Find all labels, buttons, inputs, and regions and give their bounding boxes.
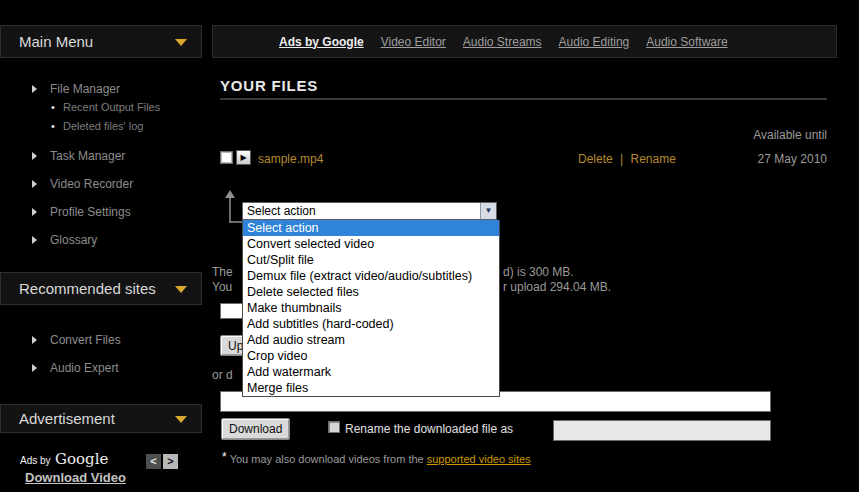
sidebar-subitem-label: Recent Output Files bbox=[63, 101, 160, 113]
advertisement-title: Advertisement bbox=[19, 410, 115, 427]
play-icon[interactable]: ▶ bbox=[236, 150, 251, 165]
arrow-right-icon bbox=[32, 152, 37, 160]
dropdown-option-add-subtitles[interactable]: Add subtitles (hard-coded) bbox=[243, 316, 499, 332]
asterisk: * bbox=[222, 450, 227, 464]
sidebar-subitem-label: Deleted files' log bbox=[63, 120, 143, 132]
sidebar-subitem-deleted-files-log[interactable]: • Deleted files' log bbox=[63, 120, 143, 132]
file-select-checkbox[interactable] bbox=[220, 151, 233, 164]
limit-line1-left: The bbox=[212, 265, 233, 279]
sidebar-item-label: File Manager bbox=[50, 82, 120, 96]
delete-link[interactable]: Delete bbox=[578, 152, 613, 166]
limit-line1-right: d) is 300 MB. bbox=[503, 265, 574, 279]
page: Main Menu File Manager • Recent Output F… bbox=[0, 0, 859, 492]
nav-link-audio-streams[interactable]: Audio Streams bbox=[463, 35, 542, 49]
rename-filename-input[interactable] bbox=[553, 420, 771, 441]
dropdown-option-convert-video[interactable]: Convert selected video bbox=[243, 236, 499, 252]
sidebar-item-audio-expert[interactable]: Audio Expert bbox=[50, 361, 119, 375]
caret-down-icon bbox=[175, 416, 187, 423]
main-menu-title: Main Menu bbox=[19, 33, 93, 50]
arrow-right-icon bbox=[32, 364, 37, 372]
dropdown-option-demux[interactable]: Demux file (extract video/audio/subtitle… bbox=[243, 268, 499, 284]
caret-down-icon bbox=[175, 286, 187, 293]
download-button[interactable]: Download bbox=[221, 418, 290, 440]
dropdown-option-make-thumbnails[interactable]: Make thumbnails bbox=[243, 300, 499, 316]
action-select-value: Select action bbox=[247, 204, 316, 218]
ads-by-label: Ads by bbox=[20, 455, 51, 466]
ads-by-google-logo: Ads by Google bbox=[20, 450, 108, 468]
action-separator: | bbox=[620, 152, 623, 166]
sidebar-item-label: Task Manager bbox=[50, 149, 125, 163]
dropdown-option-crop-video[interactable]: Crop video bbox=[243, 348, 499, 364]
dropdown-option-add-audio-stream[interactable]: Add audio stream bbox=[243, 332, 499, 348]
available-date: 27 May 2010 bbox=[700, 152, 827, 166]
limit-line2-left: You bbox=[212, 280, 232, 294]
file-actions: Delete | Rename bbox=[578, 152, 676, 166]
sidebar-item-label: Glossary bbox=[50, 233, 97, 247]
or-download-fragment: or d bbox=[212, 368, 233, 382]
arrow-right-icon bbox=[32, 208, 37, 216]
action-dropdown-list: Select action Convert selected video Cut… bbox=[242, 220, 500, 397]
supported-video-sites-link[interactable]: supported video sites bbox=[427, 453, 531, 465]
dropdown-option-cut-split[interactable]: Cut/Split file bbox=[243, 252, 499, 268]
main-menu-header[interactable]: Main Menu bbox=[0, 25, 202, 58]
nav-link-video-editor[interactable]: Video Editor bbox=[381, 35, 446, 49]
limit-line2-right: r upload 294.04 MB. bbox=[503, 280, 611, 294]
heading-divider bbox=[220, 98, 827, 100]
rename-link[interactable]: Rename bbox=[631, 152, 676, 166]
nav-link-audio-editing[interactable]: Audio Editing bbox=[559, 35, 630, 49]
sidebar-item-label: Convert Files bbox=[50, 333, 121, 347]
sidebar-item-video-recorder[interactable]: Video Recorder bbox=[50, 177, 133, 191]
sidebar-item-profile-settings[interactable]: Profile Settings bbox=[50, 205, 131, 219]
rename-checkbox[interactable] bbox=[328, 421, 340, 433]
bullet-icon: • bbox=[51, 120, 55, 132]
footnote: *You may also download videos from thesu… bbox=[222, 450, 531, 465]
sidebar-subitem-recent-output-files[interactable]: • Recent Output Files bbox=[63, 101, 160, 113]
caret-down-icon bbox=[175, 39, 187, 46]
sidebar-item-glossary[interactable]: Glossary bbox=[50, 233, 97, 247]
arrow-right-icon bbox=[32, 336, 37, 344]
advertisement-header[interactable]: Advertisement bbox=[0, 404, 202, 433]
sidebar-item-label: Audio Expert bbox=[50, 361, 119, 375]
google-logo: Google bbox=[55, 450, 108, 468]
rename-checkbox-label: Rename the downloaded file as bbox=[345, 422, 513, 436]
ad-next-button[interactable]: > bbox=[163, 454, 178, 469]
sidebar-item-task-manager[interactable]: Task Manager bbox=[50, 149, 125, 163]
action-select[interactable]: Select action ▼ bbox=[242, 202, 497, 220]
arrow-right-icon bbox=[32, 236, 37, 244]
dropdown-option-merge-files[interactable]: Merge files bbox=[243, 380, 499, 396]
nav-link-audio-software[interactable]: Audio Software bbox=[646, 35, 727, 49]
select-dropdown-arrow-icon[interactable]: ▼ bbox=[480, 203, 496, 219]
nav-link-ads-by-google[interactable]: Ads by Google bbox=[279, 35, 364, 49]
arrow-right-icon bbox=[32, 85, 37, 93]
available-until-label: Available until bbox=[700, 128, 827, 142]
ad-prev-button[interactable]: < bbox=[146, 454, 161, 469]
bullet-icon: • bbox=[51, 101, 55, 113]
dropdown-option-add-watermark[interactable]: Add watermark bbox=[243, 364, 499, 380]
recommended-sites-title: Recommended sites bbox=[19, 280, 156, 297]
dropdown-option-delete-files[interactable]: Delete selected files bbox=[243, 284, 499, 300]
page-title: YOUR FILES bbox=[220, 77, 318, 94]
ads-nav-bar: Ads by Google Video Editor Audio Streams… bbox=[212, 25, 837, 58]
sidebar-item-convert-files[interactable]: Convert Files bbox=[50, 333, 121, 347]
sidebar-item-label: Video Recorder bbox=[50, 177, 133, 191]
dropdown-option-select-action[interactable]: Select action bbox=[243, 220, 499, 236]
sidebar-item-label: Profile Settings bbox=[50, 205, 131, 219]
ad-link-download-video[interactable]: Download Video bbox=[25, 470, 126, 485]
ads-nav-links: Ads by Google Video Editor Audio Streams… bbox=[279, 35, 728, 49]
recommended-sites-header[interactable]: Recommended sites bbox=[0, 272, 202, 305]
sidebar-item-file-manager[interactable]: File Manager bbox=[50, 82, 120, 96]
footnote-text: You may also download videos from the bbox=[230, 453, 424, 465]
arrow-right-icon bbox=[32, 180, 37, 188]
file-name-link[interactable]: sample.mp4 bbox=[258, 152, 323, 166]
